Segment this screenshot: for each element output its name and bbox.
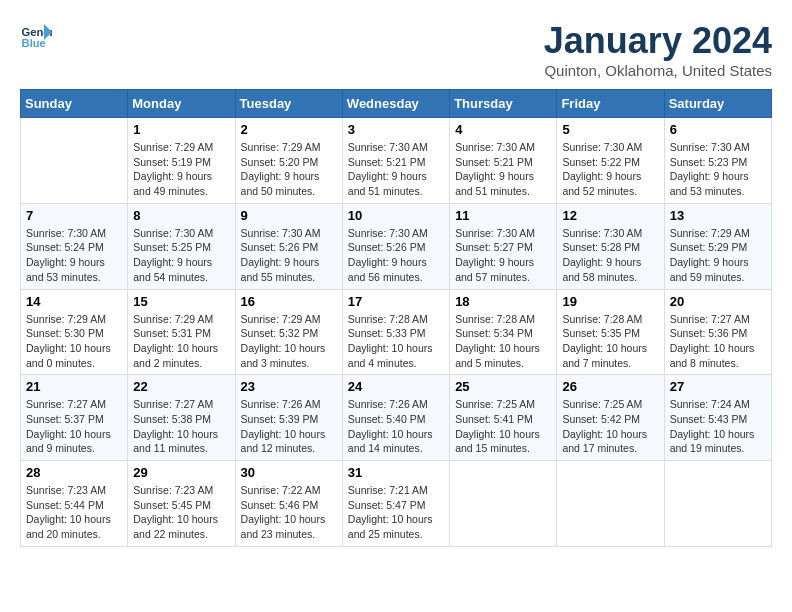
day-number: 22 bbox=[133, 379, 229, 394]
cell-detail: Sunrise: 7:26 AMSunset: 5:39 PMDaylight:… bbox=[241, 397, 337, 456]
calendar-cell: 4Sunrise: 7:30 AMSunset: 5:21 PMDaylight… bbox=[450, 118, 557, 204]
calendar-cell: 28Sunrise: 7:23 AMSunset: 5:44 PMDayligh… bbox=[21, 461, 128, 547]
day-number: 1 bbox=[133, 122, 229, 137]
calendar-cell: 11Sunrise: 7:30 AMSunset: 5:27 PMDayligh… bbox=[450, 203, 557, 289]
cell-detail: Sunrise: 7:24 AMSunset: 5:43 PMDaylight:… bbox=[670, 397, 766, 456]
calendar-cell: 29Sunrise: 7:23 AMSunset: 5:45 PMDayligh… bbox=[128, 461, 235, 547]
day-number: 25 bbox=[455, 379, 551, 394]
day-number: 26 bbox=[562, 379, 658, 394]
calendar-cell: 17Sunrise: 7:28 AMSunset: 5:33 PMDayligh… bbox=[342, 289, 449, 375]
calendar-cell: 19Sunrise: 7:28 AMSunset: 5:35 PMDayligh… bbox=[557, 289, 664, 375]
day-number: 5 bbox=[562, 122, 658, 137]
day-number: 17 bbox=[348, 294, 444, 309]
calendar-cell: 3Sunrise: 7:30 AMSunset: 5:21 PMDaylight… bbox=[342, 118, 449, 204]
weekday-header-cell: Thursday bbox=[450, 90, 557, 118]
cell-detail: Sunrise: 7:30 AMSunset: 5:28 PMDaylight:… bbox=[562, 226, 658, 285]
cell-detail: Sunrise: 7:29 AMSunset: 5:30 PMDaylight:… bbox=[26, 312, 122, 371]
calendar-cell: 23Sunrise: 7:26 AMSunset: 5:39 PMDayligh… bbox=[235, 375, 342, 461]
calendar-cell: 18Sunrise: 7:28 AMSunset: 5:34 PMDayligh… bbox=[450, 289, 557, 375]
cell-detail: Sunrise: 7:30 AMSunset: 5:23 PMDaylight:… bbox=[670, 140, 766, 199]
calendar-cell: 16Sunrise: 7:29 AMSunset: 5:32 PMDayligh… bbox=[235, 289, 342, 375]
calendar-week-row: 7Sunrise: 7:30 AMSunset: 5:24 PMDaylight… bbox=[21, 203, 772, 289]
cell-detail: Sunrise: 7:28 AMSunset: 5:34 PMDaylight:… bbox=[455, 312, 551, 371]
cell-detail: Sunrise: 7:30 AMSunset: 5:27 PMDaylight:… bbox=[455, 226, 551, 285]
cell-detail: Sunrise: 7:21 AMSunset: 5:47 PMDaylight:… bbox=[348, 483, 444, 542]
cell-detail: Sunrise: 7:25 AMSunset: 5:41 PMDaylight:… bbox=[455, 397, 551, 456]
day-number: 11 bbox=[455, 208, 551, 223]
calendar-cell: 15Sunrise: 7:29 AMSunset: 5:31 PMDayligh… bbox=[128, 289, 235, 375]
day-number: 30 bbox=[241, 465, 337, 480]
day-number: 10 bbox=[348, 208, 444, 223]
calendar-cell: 7Sunrise: 7:30 AMSunset: 5:24 PMDaylight… bbox=[21, 203, 128, 289]
page-header: General Blue January 2024 Quinton, Oklah… bbox=[20, 20, 772, 79]
cell-detail: Sunrise: 7:30 AMSunset: 5:21 PMDaylight:… bbox=[455, 140, 551, 199]
cell-detail: Sunrise: 7:23 AMSunset: 5:44 PMDaylight:… bbox=[26, 483, 122, 542]
calendar-cell: 24Sunrise: 7:26 AMSunset: 5:40 PMDayligh… bbox=[342, 375, 449, 461]
month-title: January 2024 bbox=[544, 20, 772, 62]
calendar-cell: 5Sunrise: 7:30 AMSunset: 5:22 PMDaylight… bbox=[557, 118, 664, 204]
calendar-cell: 8Sunrise: 7:30 AMSunset: 5:25 PMDaylight… bbox=[128, 203, 235, 289]
day-number: 3 bbox=[348, 122, 444, 137]
calendar-cell: 20Sunrise: 7:27 AMSunset: 5:36 PMDayligh… bbox=[664, 289, 771, 375]
cell-detail: Sunrise: 7:30 AMSunset: 5:25 PMDaylight:… bbox=[133, 226, 229, 285]
calendar-body: 1Sunrise: 7:29 AMSunset: 5:19 PMDaylight… bbox=[21, 118, 772, 547]
calendar-cell: 1Sunrise: 7:29 AMSunset: 5:19 PMDaylight… bbox=[128, 118, 235, 204]
calendar-table: SundayMondayTuesdayWednesdayThursdayFrid… bbox=[20, 89, 772, 547]
day-number: 31 bbox=[348, 465, 444, 480]
day-number: 12 bbox=[562, 208, 658, 223]
day-number: 15 bbox=[133, 294, 229, 309]
logo-icon: General Blue bbox=[20, 20, 52, 52]
day-number: 9 bbox=[241, 208, 337, 223]
day-number: 24 bbox=[348, 379, 444, 394]
cell-detail: Sunrise: 7:23 AMSunset: 5:45 PMDaylight:… bbox=[133, 483, 229, 542]
day-number: 27 bbox=[670, 379, 766, 394]
calendar-cell: 27Sunrise: 7:24 AMSunset: 5:43 PMDayligh… bbox=[664, 375, 771, 461]
cell-detail: Sunrise: 7:28 AMSunset: 5:33 PMDaylight:… bbox=[348, 312, 444, 371]
calendar-cell bbox=[21, 118, 128, 204]
cell-detail: Sunrise: 7:27 AMSunset: 5:38 PMDaylight:… bbox=[133, 397, 229, 456]
calendar-cell: 2Sunrise: 7:29 AMSunset: 5:20 PMDaylight… bbox=[235, 118, 342, 204]
calendar-cell: 14Sunrise: 7:29 AMSunset: 5:30 PMDayligh… bbox=[21, 289, 128, 375]
cell-detail: Sunrise: 7:29 AMSunset: 5:19 PMDaylight:… bbox=[133, 140, 229, 199]
calendar-cell: 6Sunrise: 7:30 AMSunset: 5:23 PMDaylight… bbox=[664, 118, 771, 204]
cell-detail: Sunrise: 7:30 AMSunset: 5:26 PMDaylight:… bbox=[348, 226, 444, 285]
day-number: 16 bbox=[241, 294, 337, 309]
weekday-header-cell: Wednesday bbox=[342, 90, 449, 118]
cell-detail: Sunrise: 7:30 AMSunset: 5:22 PMDaylight:… bbox=[562, 140, 658, 199]
cell-detail: Sunrise: 7:22 AMSunset: 5:46 PMDaylight:… bbox=[241, 483, 337, 542]
calendar-cell: 9Sunrise: 7:30 AMSunset: 5:26 PMDaylight… bbox=[235, 203, 342, 289]
calendar-week-row: 14Sunrise: 7:29 AMSunset: 5:30 PMDayligh… bbox=[21, 289, 772, 375]
calendar-cell: 12Sunrise: 7:30 AMSunset: 5:28 PMDayligh… bbox=[557, 203, 664, 289]
weekday-header-cell: Friday bbox=[557, 90, 664, 118]
cell-detail: Sunrise: 7:27 AMSunset: 5:37 PMDaylight:… bbox=[26, 397, 122, 456]
cell-detail: Sunrise: 7:30 AMSunset: 5:21 PMDaylight:… bbox=[348, 140, 444, 199]
cell-detail: Sunrise: 7:29 AMSunset: 5:32 PMDaylight:… bbox=[241, 312, 337, 371]
day-number: 7 bbox=[26, 208, 122, 223]
day-number: 6 bbox=[670, 122, 766, 137]
calendar-week-row: 1Sunrise: 7:29 AMSunset: 5:19 PMDaylight… bbox=[21, 118, 772, 204]
cell-detail: Sunrise: 7:30 AMSunset: 5:26 PMDaylight:… bbox=[241, 226, 337, 285]
day-number: 21 bbox=[26, 379, 122, 394]
svg-text:Blue: Blue bbox=[22, 37, 46, 49]
calendar-cell: 26Sunrise: 7:25 AMSunset: 5:42 PMDayligh… bbox=[557, 375, 664, 461]
calendar-cell: 21Sunrise: 7:27 AMSunset: 5:37 PMDayligh… bbox=[21, 375, 128, 461]
calendar-cell: 10Sunrise: 7:30 AMSunset: 5:26 PMDayligh… bbox=[342, 203, 449, 289]
calendar-cell: 30Sunrise: 7:22 AMSunset: 5:46 PMDayligh… bbox=[235, 461, 342, 547]
weekday-header-cell: Sunday bbox=[21, 90, 128, 118]
day-number: 19 bbox=[562, 294, 658, 309]
day-number: 20 bbox=[670, 294, 766, 309]
day-number: 2 bbox=[241, 122, 337, 137]
cell-detail: Sunrise: 7:29 AMSunset: 5:20 PMDaylight:… bbox=[241, 140, 337, 199]
calendar-cell bbox=[450, 461, 557, 547]
weekday-header-cell: Monday bbox=[128, 90, 235, 118]
weekday-header-cell: Saturday bbox=[664, 90, 771, 118]
calendar-cell: 25Sunrise: 7:25 AMSunset: 5:41 PMDayligh… bbox=[450, 375, 557, 461]
day-number: 23 bbox=[241, 379, 337, 394]
calendar-week-row: 21Sunrise: 7:27 AMSunset: 5:37 PMDayligh… bbox=[21, 375, 772, 461]
day-number: 28 bbox=[26, 465, 122, 480]
cell-detail: Sunrise: 7:29 AMSunset: 5:31 PMDaylight:… bbox=[133, 312, 229, 371]
cell-detail: Sunrise: 7:27 AMSunset: 5:36 PMDaylight:… bbox=[670, 312, 766, 371]
calendar-cell: 22Sunrise: 7:27 AMSunset: 5:38 PMDayligh… bbox=[128, 375, 235, 461]
weekday-header-cell: Tuesday bbox=[235, 90, 342, 118]
day-number: 13 bbox=[670, 208, 766, 223]
